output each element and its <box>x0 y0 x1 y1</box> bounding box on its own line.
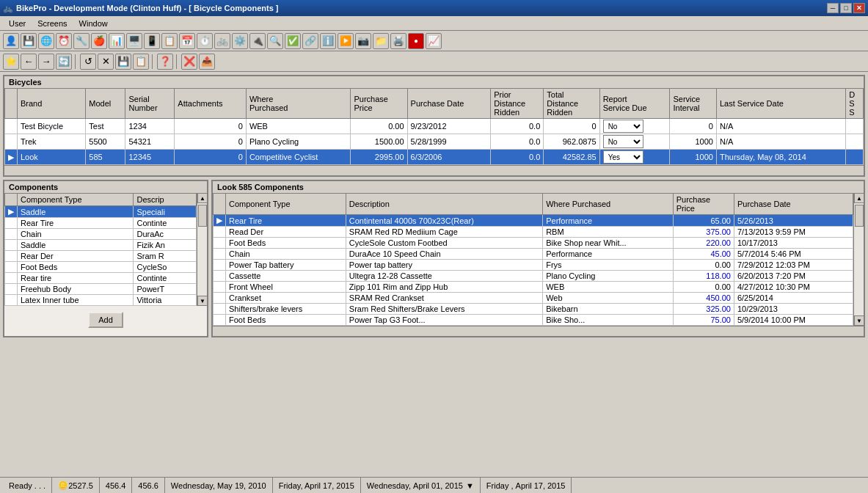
tb-clipboard-icon[interactable]: 📋 <box>161 33 178 49</box>
lc-row-7[interactable]: Crankset SRAM Red Crankset Web 450.00 6/… <box>214 293 853 304</box>
bikes-row-2[interactable]: ▶ Look 585 12345 0 Competitive Cyclist 2… <box>5 150 864 165</box>
tb-print-icon[interactable]: 🖨️ <box>390 33 406 49</box>
comp-type: Saddle <box>18 206 134 218</box>
comp-marker <box>5 229 18 240</box>
comp-row-1[interactable]: Rear Tire Continte <box>5 218 197 229</box>
tb-clock-icon[interactable]: ⏰ <box>56 33 72 49</box>
tb-check-icon[interactable]: ✅ <box>285 33 301 49</box>
minimize-button[interactable]: ─ <box>827 3 839 13</box>
lc-price: 325.00 <box>673 304 734 315</box>
lc-where: Bike Sho... <box>543 315 674 326</box>
comp-row-4[interactable]: Rear Der Sram R <box>5 251 197 262</box>
service-due-select[interactable]: No Yes <box>603 150 643 164</box>
tb-calendar-icon[interactable]: 📅 <box>179 33 195 49</box>
tb-apple-icon[interactable]: 🍎 <box>91 33 107 49</box>
lc-date: 5/7/2014 5:46 PM <box>734 249 853 260</box>
tb-play-icon[interactable]: ▶️ <box>338 33 354 49</box>
tb-plugin-icon[interactable]: 🔌 <box>249 33 266 49</box>
comp-col-desc: Descrip <box>134 194 197 206</box>
look-components-vscroll[interactable]: ▲ ▼ <box>853 193 864 326</box>
tb2-star-icon[interactable]: ⭐ <box>3 54 19 70</box>
tb-link-icon[interactable]: 🔗 <box>302 33 318 49</box>
tb-camera-icon[interactable]: 📷 <box>355 33 371 49</box>
lc-scroll-down-button[interactable]: ▼ <box>854 315 864 326</box>
lc-date: 6/20/2013 7:20 PM <box>734 271 853 282</box>
lc-where: Plano Cycling <box>543 271 674 282</box>
comp-row-5[interactable]: Foot Beds CycleSo <box>5 262 197 273</box>
menu-screens[interactable]: Screens <box>32 18 73 29</box>
cell-dss <box>846 150 864 165</box>
tb-timer-icon[interactable]: ⏱️ <box>197 33 213 49</box>
menu-user[interactable]: User <box>3 18 32 29</box>
lc-row-5[interactable]: Cassette Ultegra 12-28 Cassette Plano Cy… <box>214 271 853 282</box>
tb2-back-icon[interactable]: ← <box>21 54 37 70</box>
lc-scroll-up-button[interactable]: ▲ <box>854 193 864 203</box>
tb2-close-icon[interactable]: ❌ <box>181 54 197 70</box>
comp-row-3[interactable]: Saddle Fizik An <box>5 240 197 251</box>
tb2-forward-icon[interactable]: → <box>38 54 54 70</box>
lc-col-price: PurchasePrice <box>673 194 734 215</box>
tb2-cancel-icon[interactable]: ✕ <box>98 54 114 70</box>
scroll-down-button[interactable]: ▼ <box>197 296 207 306</box>
comp-row-8[interactable]: Latex Inner tube Vittoria <box>5 295 197 306</box>
comp-type: Rear Der <box>18 251 134 262</box>
lc-row-4[interactable]: Power Tap battery Power tap battery Frys… <box>214 260 853 271</box>
tb-folder-icon[interactable]: 📁 <box>373 33 389 49</box>
tb2-refresh2-icon[interactable]: ↺ <box>80 54 96 70</box>
lc-row-9[interactable]: Foot Beds Power Tap G3 Foot... Bike Sho.… <box>214 315 853 326</box>
restore-button[interactable]: □ <box>840 3 852 13</box>
cell-date: 6/3/2006 <box>407 150 491 165</box>
status-ready: Ready . . . <box>3 478 52 493</box>
lc-date: 5/9/2014 10:00 PM <box>734 315 853 326</box>
lc-where: Bike Shop near Whit... <box>543 238 674 249</box>
tb2-copy-icon[interactable]: 📋 <box>133 54 149 70</box>
tb-tools-icon[interactable]: 🔧 <box>73 33 90 49</box>
tb-globe-icon[interactable]: 🌐 <box>38 33 54 49</box>
tb-red-icon[interactable]: ● <box>408 33 424 49</box>
tb2-refresh-icon[interactable]: 🔄 <box>56 54 72 70</box>
lc-row-3[interactable]: Chain DuraAce 10 Speed Chain Performance… <box>214 249 853 260</box>
comp-row-6[interactable]: Rear tire Continte <box>5 273 197 284</box>
tb-phone-icon[interactable]: 📱 <box>144 33 160 49</box>
service-due-select[interactable]: No Yes <box>603 135 643 148</box>
tb-search-icon[interactable]: 🔍 <box>267 33 283 49</box>
lc-row-8[interactable]: Shifters/brake levers Sram Red Shifters/… <box>214 304 853 315</box>
status-value2-seg: 456.4 <box>100 478 133 493</box>
add-component-button[interactable]: Add <box>88 312 123 328</box>
service-due-select[interactable]: No Yes <box>603 120 643 133</box>
comp-row-2[interactable]: Chain DuraAc <box>5 229 197 240</box>
lc-row-1[interactable]: Read Der SRAM Red RD Mediium Cage RBM 37… <box>214 227 853 238</box>
lc-row-2[interactable]: Foot Beds CycleSole Custom Footbed Bike … <box>214 238 853 249</box>
menu-bar: User Screens Window <box>0 16 868 31</box>
lc-row-0[interactable]: ▶ Rear Tire Contintental 4000s 700x23C(R… <box>214 215 853 227</box>
tb-info-icon[interactable]: ℹ️ <box>320 33 336 49</box>
tb-save-icon[interactable]: 💾 <box>21 33 37 49</box>
tb2-help-icon[interactable]: ❓ <box>157 54 173 70</box>
tb-gear-icon[interactable]: ⚙️ <box>232 33 248 49</box>
bikes-row-0[interactable]: Test Bicycle Test 1234 0 WEB 0.00 9/23/2… <box>5 119 864 134</box>
tb-monitor-icon[interactable]: 🖥️ <box>126 33 142 49</box>
lc-type: Crankset <box>226 293 346 304</box>
dropdown-icon[interactable]: ▼ <box>466 481 474 490</box>
lc-type: Cassette <box>226 271 346 282</box>
look-components-hscroll[interactable] <box>213 326 864 336</box>
comp-marker: ▶ <box>5 206 18 218</box>
bikes-row-1[interactable]: Trek 5500 54321 0 Plano Cycling 1500.00 … <box>5 134 864 150</box>
lc-desc: DuraAce 10 Speed Chain <box>346 249 542 260</box>
col-where-purchased: WherePurchased <box>246 89 351 119</box>
tb-user-icon[interactable]: 👤 <box>3 33 19 49</box>
tb-bike-icon[interactable]: 🚲 <box>214 33 230 49</box>
tb2-save-icon[interactable]: 💾 <box>115 54 131 70</box>
comp-row-0[interactable]: ▶ Saddle Speciali <box>5 206 197 218</box>
close-button[interactable]: ✕ <box>853 3 865 13</box>
scroll-up-button[interactable]: ▲ <box>197 193 207 203</box>
bicycles-hscroll[interactable] <box>4 165 864 175</box>
tb-graph-icon[interactable]: 📈 <box>426 33 442 49</box>
lc-row-6[interactable]: Front Wheel Zipp 101 Rim and Zipp Hub WE… <box>214 282 853 293</box>
tb-chart-icon[interactable]: 📊 <box>109 33 125 49</box>
components-vscroll[interactable]: ▲ ▼ <box>197 193 207 306</box>
tb2-export-icon[interactable]: 📤 <box>199 54 215 70</box>
status-coin: 🪙 2527.5 <box>52 478 100 493</box>
menu-window[interactable]: Window <box>73 18 114 29</box>
comp-row-7[interactable]: Freehub Body PowerT <box>5 284 197 295</box>
